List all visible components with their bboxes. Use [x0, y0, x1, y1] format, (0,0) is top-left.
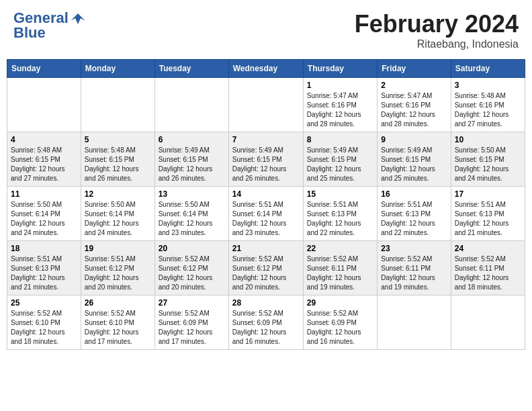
calendar-cell: 18Sunrise: 5:51 AM Sunset: 6:13 PM Dayli… [7, 241, 81, 295]
day-info: Sunrise: 5:50 AM Sunset: 6:15 PM Dayligh… [455, 146, 521, 183]
day-info: Sunrise: 5:52 AM Sunset: 6:11 PM Dayligh… [381, 255, 447, 292]
calendar-cell: 12Sunrise: 5:50 AM Sunset: 6:14 PM Dayli… [81, 187, 154, 241]
day-info: Sunrise: 5:47 AM Sunset: 6:16 PM Dayligh… [381, 91, 447, 129]
calendar-cell: 28Sunrise: 5:52 AM Sunset: 6:09 PM Dayli… [228, 295, 303, 350]
calendar-body: 1Sunrise: 5:47 AM Sunset: 6:16 PM Daylig… [7, 78, 525, 350]
logo: General Blue [13, 10, 86, 42]
calendar-cell: 5Sunrise: 5:48 AM Sunset: 6:15 PM Daylig… [81, 132, 154, 187]
day-number: 17 [455, 189, 521, 199]
page-header: General Blue February 2024 Ritaebang, In… [7, 7, 525, 54]
day-info: Sunrise: 5:52 AM Sunset: 6:12 PM Dayligh… [159, 255, 225, 292]
week-row-4: 18Sunrise: 5:51 AM Sunset: 6:13 PM Dayli… [7, 241, 525, 295]
calendar-cell: 15Sunrise: 5:51 AM Sunset: 6:13 PM Dayli… [303, 187, 377, 241]
day-number: 8 [307, 135, 373, 144]
calendar-cell [378, 295, 451, 350]
day-info: Sunrise: 5:48 AM Sunset: 6:16 PM Dayligh… [455, 91, 521, 129]
day-number: 14 [232, 189, 300, 199]
day-info: Sunrise: 5:52 AM Sunset: 6:09 PM Dayligh… [159, 309, 225, 347]
day-info: Sunrise: 5:52 AM Sunset: 6:09 PM Dayligh… [307, 309, 373, 347]
day-info: Sunrise: 5:49 AM Sunset: 6:15 PM Dayligh… [381, 146, 447, 183]
week-row-2: 4Sunrise: 5:48 AM Sunset: 6:15 PM Daylig… [7, 132, 525, 187]
week-row-3: 11Sunrise: 5:50 AM Sunset: 6:14 PM Dayli… [7, 187, 525, 241]
calendar-cell: 21Sunrise: 5:52 AM Sunset: 6:12 PM Dayli… [228, 241, 303, 295]
day-number: 1 [307, 81, 373, 90]
day-info: Sunrise: 5:50 AM Sunset: 6:14 PM Dayligh… [85, 200, 151, 238]
day-number: 13 [159, 189, 225, 199]
calendar-cell: 13Sunrise: 5:50 AM Sunset: 6:14 PM Dayli… [154, 187, 228, 241]
day-number: 4 [11, 135, 77, 144]
weekday-header-tuesday: Tuesday [154, 60, 228, 78]
day-number: 26 [85, 298, 151, 308]
weekday-header-sunday: Sunday [7, 60, 81, 78]
calendar-cell: 4Sunrise: 5:48 AM Sunset: 6:15 PM Daylig… [7, 132, 81, 187]
day-number: 16 [381, 189, 447, 199]
day-number: 20 [159, 244, 225, 253]
weekday-header-saturday: Saturday [451, 60, 525, 78]
calendar-cell: 25Sunrise: 5:52 AM Sunset: 6:10 PM Dayli… [7, 295, 81, 350]
day-number: 22 [307, 244, 373, 253]
day-number: 9 [381, 135, 447, 144]
day-number: 28 [232, 298, 300, 308]
calendar-cell: 1Sunrise: 5:47 AM Sunset: 6:16 PM Daylig… [303, 78, 377, 132]
day-number: 15 [307, 189, 373, 199]
day-info: Sunrise: 5:47 AM Sunset: 6:16 PM Dayligh… [307, 91, 373, 129]
day-info: Sunrise: 5:51 AM Sunset: 6:14 PM Dayligh… [232, 200, 300, 238]
day-number: 10 [455, 135, 521, 144]
month-title: February 2024 [355, 10, 519, 38]
day-info: Sunrise: 5:49 AM Sunset: 6:15 PM Dayligh… [307, 146, 373, 183]
day-number: 2 [381, 81, 447, 90]
day-info: Sunrise: 5:49 AM Sunset: 6:15 PM Dayligh… [159, 146, 225, 183]
calendar-cell: 11Sunrise: 5:50 AM Sunset: 6:14 PM Dayli… [7, 187, 81, 241]
calendar-cell: 2Sunrise: 5:47 AM Sunset: 6:16 PM Daylig… [378, 78, 451, 132]
day-info: Sunrise: 5:50 AM Sunset: 6:14 PM Dayligh… [159, 200, 225, 238]
day-number: 29 [307, 298, 373, 308]
calendar-cell: 29Sunrise: 5:52 AM Sunset: 6:09 PM Dayli… [303, 295, 377, 350]
weekday-header-wednesday: Wednesday [228, 60, 303, 78]
day-number: 25 [11, 298, 77, 308]
day-info: Sunrise: 5:51 AM Sunset: 6:12 PM Dayligh… [85, 255, 151, 292]
day-number: 19 [85, 244, 151, 253]
calendar-cell [7, 78, 81, 132]
calendar-cell: 17Sunrise: 5:51 AM Sunset: 6:13 PM Dayli… [451, 187, 525, 241]
calendar-cell: 26Sunrise: 5:52 AM Sunset: 6:10 PM Dayli… [81, 295, 154, 350]
day-number: 18 [11, 244, 77, 253]
day-number: 6 [159, 135, 225, 144]
day-info: Sunrise: 5:52 AM Sunset: 6:12 PM Dayligh… [232, 255, 300, 292]
location: Ritaebang, Indonesia [355, 38, 519, 50]
day-info: Sunrise: 5:51 AM Sunset: 6:13 PM Dayligh… [307, 200, 373, 238]
calendar-cell: 3Sunrise: 5:48 AM Sunset: 6:16 PM Daylig… [451, 78, 525, 132]
day-number: 7 [232, 135, 300, 144]
day-info: Sunrise: 5:52 AM Sunset: 6:11 PM Dayligh… [455, 255, 521, 292]
day-number: 23 [381, 244, 447, 253]
day-info: Sunrise: 5:49 AM Sunset: 6:15 PM Dayligh… [232, 146, 300, 183]
calendar-cell: 6Sunrise: 5:49 AM Sunset: 6:15 PM Daylig… [154, 132, 228, 187]
day-number: 21 [232, 244, 300, 253]
calendar-table: SundayMondayTuesdayWednesdayThursdayFrid… [7, 59, 525, 350]
day-info: Sunrise: 5:50 AM Sunset: 6:14 PM Dayligh… [11, 200, 77, 238]
calendar-cell [451, 295, 525, 350]
calendar-cell: 19Sunrise: 5:51 AM Sunset: 6:12 PM Dayli… [81, 241, 154, 295]
weekday-header-row: SundayMondayTuesdayWednesdayThursdayFrid… [7, 60, 525, 78]
week-row-1: 1Sunrise: 5:47 AM Sunset: 6:16 PM Daylig… [7, 78, 525, 132]
calendar-cell [228, 78, 303, 132]
logo-bird-icon [70, 11, 86, 27]
day-info: Sunrise: 5:52 AM Sunset: 6:09 PM Dayligh… [232, 309, 300, 347]
day-info: Sunrise: 5:52 AM Sunset: 6:11 PM Dayligh… [307, 255, 373, 292]
day-info: Sunrise: 5:51 AM Sunset: 6:13 PM Dayligh… [381, 200, 447, 238]
day-info: Sunrise: 5:48 AM Sunset: 6:15 PM Dayligh… [11, 146, 77, 183]
title-area: February 2024 Ritaebang, Indonesia [355, 10, 519, 50]
weekday-header-monday: Monday [81, 60, 154, 78]
calendar-cell: 20Sunrise: 5:52 AM Sunset: 6:12 PM Dayli… [154, 241, 228, 295]
day-info: Sunrise: 5:51 AM Sunset: 6:13 PM Dayligh… [11, 255, 77, 292]
calendar-cell [154, 78, 228, 132]
day-info: Sunrise: 5:51 AM Sunset: 6:13 PM Dayligh… [455, 200, 521, 238]
calendar-cell: 27Sunrise: 5:52 AM Sunset: 6:09 PM Dayli… [154, 295, 228, 350]
week-row-5: 25Sunrise: 5:52 AM Sunset: 6:10 PM Dayli… [7, 295, 525, 350]
calendar-cell: 14Sunrise: 5:51 AM Sunset: 6:14 PM Dayli… [228, 187, 303, 241]
calendar-cell: 8Sunrise: 5:49 AM Sunset: 6:15 PM Daylig… [303, 132, 377, 187]
day-number: 11 [11, 189, 77, 199]
day-number: 3 [455, 81, 521, 90]
calendar-cell: 9Sunrise: 5:49 AM Sunset: 6:15 PM Daylig… [378, 132, 451, 187]
day-number: 27 [159, 298, 225, 308]
calendar-cell: 23Sunrise: 5:52 AM Sunset: 6:11 PM Dayli… [378, 241, 451, 295]
